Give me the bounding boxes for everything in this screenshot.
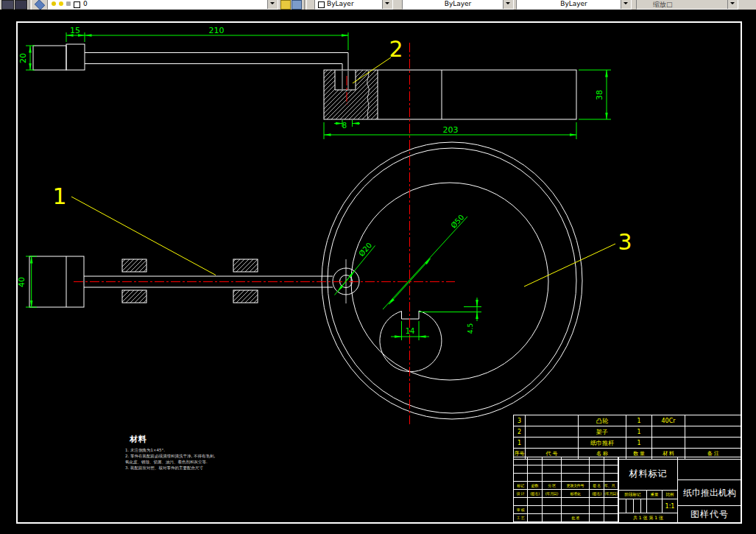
dim-40: 40 [17,277,27,287]
layer-value: 0 [83,0,88,7]
bom-table: 3 凸轮1 40Cr 2 架子1 1 纸巾推杆1 序号代 号 名 称数 量 材 … [513,415,742,460]
toolbar-separator [29,0,32,10]
sheet-info-cell: 共 1 张 第 1 张 [618,513,678,524]
notes-block: 1. 未注倒角为1×45°. 2. 零件在装配前必须清理和清洗干净, 不得有毛刺… [125,447,339,471]
scale-value-cell: 1:1 [662,499,678,513]
dim-4-5: 4.5 [467,323,474,334]
note-line: 1. 未注倒角为1×45°. [125,447,339,453]
dim-dia20: Ø20 [357,241,373,258]
toolbar-button-2[interactable] [15,0,27,10]
product-name-cell: 纸巾推出机构 [677,479,742,506]
top-toolbar: 0 ByLayer ByLayer ByLayer 缩放□ [0,0,756,10]
balloon-1: 1 [52,183,66,209]
dim-203: 203 [443,125,459,135]
table-row: 2 架子1 [514,426,742,438]
color-value: ByLayer [327,0,354,7]
weight-cell [646,499,663,513]
dimension-texts: 15 210 20 40 38 203 8 14 4.5 Ø50 Ø20 [17,26,604,335]
linetype-value: ByLayer [445,0,472,7]
company-cell [677,457,742,480]
lineweight-dropdown[interactable]: ByLayer [516,0,632,10]
zoom-scale-dropdown-arrow[interactable] [727,0,738,9]
lineweight-dropdown-arrow[interactable] [621,0,631,9]
make-layer-current-icon[interactable] [280,0,291,10]
dim-38: 38 [595,90,604,100]
signature-table: 标记处数 分 区更改文件号 签 名年、月、日 设 计(签名) (年月日)标准化 … [513,457,618,522]
table-row: 1 纸巾推杆1 [514,438,742,449]
dim-8: 8 [342,122,347,130]
lineweight-value: ByLayer [560,0,587,7]
balloon-2: 2 [389,36,403,62]
dimensions [26,32,611,340]
linetype-dropdown-arrow[interactable] [503,0,513,9]
lock-icon[interactable] [66,1,71,6]
layer-dropdown[interactable]: 0 [47,0,278,10]
dim-20: 20 [18,53,28,63]
part-geometry [29,44,582,419]
sun-icon[interactable] [59,1,63,6]
title-block: 标记处数 分 区更改文件号 签 名年、月、日 设 计(签名) (年月日)标准化 … [513,457,742,524]
dim-15: 15 [70,26,80,35]
layer-color-chip [74,1,80,8]
dim-14: 14 [406,327,415,335]
dim-210: 210 [209,26,225,35]
zoom-scale-value: 缩放□ [653,0,673,10]
layer-previous-icon[interactable] [292,0,302,10]
toolbar-button-1[interactable] [1,0,14,10]
zoom-scale-dropdown[interactable]: 缩放□ [636,0,738,10]
color-dropdown[interactable]: ByLayer [314,0,393,10]
toolbar-separator [304,0,307,10]
note-line: 3. 装配前应对照、核对零件的主要配合尺寸 [125,465,339,471]
table-row: 3 凸轮1 40Cr [514,415,742,426]
centerlines [74,43,455,424]
material-mark-cell: 材料标记 [618,457,678,491]
linetype-dropdown[interactable]: ByLayer [402,0,514,10]
layers-icon[interactable] [35,0,45,10]
layer-dropdown-arrow[interactable] [267,0,278,9]
note-line: 2. 零件在装配前必须清理和清洗干净, 不得有毛刺, [125,453,339,459]
note-line: 氧化皮、锈蚀、切屑、油污、着色剂和灰尘等. [125,459,339,465]
notes-heading: 材料 [130,434,147,445]
balloon-3: 3 [618,229,632,255]
bulb-icon[interactable] [52,1,56,6]
color-dropdown-arrow[interactable] [382,0,392,9]
drawing-code-cell: 图样代号 [677,505,742,524]
color-swatch [318,1,325,8]
